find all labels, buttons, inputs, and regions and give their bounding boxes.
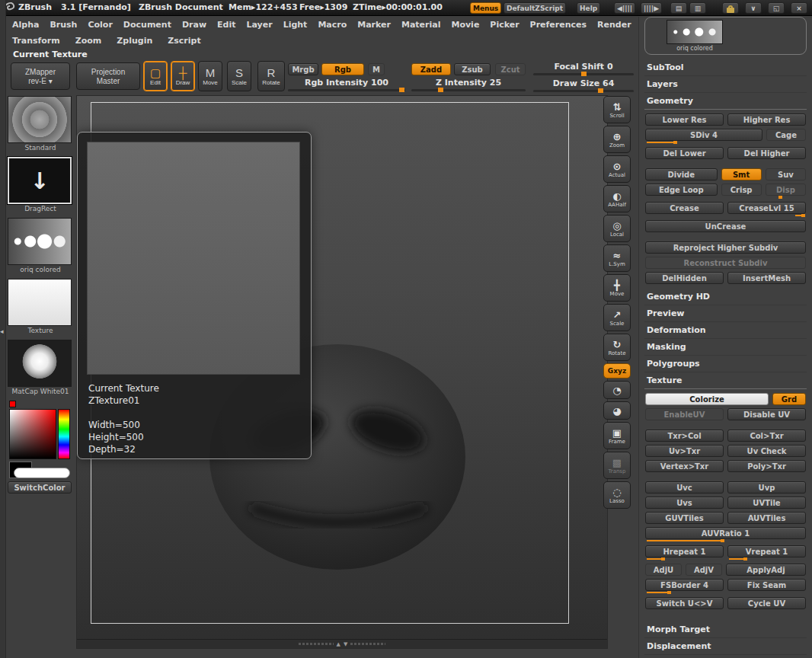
- brush-selector[interactable]: Standard: [8, 96, 73, 153]
- hue-strip[interactable]: [58, 409, 70, 459]
- menu-item[interactable]: Transform: [12, 36, 60, 46]
- zcut-button[interactable]: Zcut: [495, 63, 526, 75]
- zsub-button[interactable]: Zsub: [454, 63, 491, 75]
- col-txr-button[interactable]: Col>Txr: [727, 430, 806, 442]
- shelf-button-transp[interactable]: ▩Transp: [603, 452, 631, 479]
- menu-item[interactable]: Edit: [217, 20, 235, 30]
- secondary-color-swatch[interactable]: [14, 468, 70, 478]
- section-texture[interactable]: Texture: [644, 372, 807, 389]
- doc-view-a-icon[interactable]: ▤: [670, 2, 687, 14]
- fsborder-slider[interactable]: FSBorder 4: [645, 579, 724, 591]
- switch-color-button[interactable]: SwitchColor: [8, 481, 72, 494]
- colorize-button[interactable]: Colorize: [645, 393, 769, 405]
- menu-item[interactable]: Layer: [246, 20, 272, 30]
- txr-col-button[interactable]: Txr>Col: [645, 430, 724, 442]
- draw-button[interactable]: ┼ Draw: [171, 61, 195, 91]
- creaselvl-slider[interactable]: CreaseLvl 15: [727, 202, 806, 214]
- left-tray-divider[interactable]: ◂: [0, 0, 6, 658]
- stroke-selector[interactable]: ↓ DragRect: [8, 157, 73, 214]
- uv-txr-button[interactable]: Uv>Txr: [645, 445, 724, 457]
- poly-txr-button[interactable]: Poly>Txr: [727, 460, 806, 472]
- nav-back-button[interactable]: ◀||||: [614, 2, 635, 14]
- shelf-button-gxyz[interactable]: Gxyz: [603, 363, 631, 379]
- disp-button[interactable]: Disp: [766, 184, 806, 196]
- menu-item[interactable]: Render: [597, 20, 631, 30]
- close-button[interactable]: ×: [791, 2, 807, 14]
- del-higher-button[interactable]: Del Higher: [727, 147, 806, 159]
- shelf-button-move[interactable]: ╋Move: [603, 274, 631, 302]
- menu-item[interactable]: Material: [401, 20, 440, 30]
- menu-item[interactable]: Macro: [318, 20, 347, 30]
- lock-button[interactable]: [722, 2, 739, 14]
- default-zscript-button[interactable]: DefaultZScript: [504, 2, 566, 14]
- shelf-button-pivot-a[interactable]: ◔: [603, 381, 631, 399]
- menu-item[interactable]: Zoom: [75, 36, 102, 46]
- menu-item[interactable]: Picker: [490, 20, 519, 30]
- menu-item[interactable]: Light: [283, 20, 308, 30]
- menu-item[interactable]: Preferences: [530, 20, 587, 30]
- menu-item[interactable]: Zplugin: [117, 36, 152, 46]
- uvp-button[interactable]: Uvp: [727, 481, 806, 494]
- saturation-value-square[interactable]: [9, 409, 56, 459]
- shelf-button-rotate[interactable]: ↻Rotate: [603, 334, 631, 361]
- menu-item[interactable]: Draw: [182, 20, 206, 30]
- draw-size-slider[interactable]: Draw Size 64: [533, 78, 634, 92]
- edit-button[interactable]: ▢ Edit: [143, 61, 168, 91]
- hrepeat-slider[interactable]: Hrepeat 1: [645, 545, 724, 557]
- active-tool-box[interactable]: oriq colored: [644, 17, 807, 55]
- uvtile-button[interactable]: UVTile: [727, 497, 806, 509]
- section-geometry-hd[interactable]: Geometry HD: [644, 289, 807, 305]
- menus-button[interactable]: Menus: [470, 2, 501, 14]
- del-lower-button[interactable]: Del Lower: [645, 147, 724, 159]
- popout-button[interactable]: ◱: [768, 2, 785, 14]
- z-intensity-slider[interactable]: Z Intensity 25: [411, 78, 526, 91]
- menu-item[interactable]: Document: [123, 20, 171, 30]
- shelf-button-local[interactable]: ◎Local: [603, 215, 631, 242]
- menu-item[interactable]: Zscript: [168, 36, 200, 46]
- section-layers[interactable]: Layers: [644, 76, 807, 93]
- section-polygroups[interactable]: Polygroups: [644, 356, 807, 372]
- auvratio-slider[interactable]: AUVRatio 1: [645, 527, 806, 539]
- rotate-button[interactable]: R Rotate: [257, 61, 285, 91]
- menu-item[interactable]: Color: [88, 20, 112, 30]
- shelf-button-zoom[interactable]: ⊕Zoom: [603, 126, 631, 153]
- sdiv-slider[interactable]: SDiv 4: [645, 129, 762, 141]
- nav-forward-button[interactable]: ||||▶: [641, 2, 662, 14]
- uv-check-button[interactable]: Uv Check: [727, 445, 806, 457]
- help-button[interactable]: Help: [577, 2, 600, 14]
- edge-loop-button[interactable]: Edge Loop: [645, 184, 718, 196]
- focal-shift-slider[interactable]: Focal Shift 0: [533, 62, 634, 75]
- smt-button[interactable]: Smt: [721, 168, 762, 180]
- rgb-button[interactable]: Rgb: [321, 63, 364, 75]
- divide-button[interactable]: Divide: [645, 168, 718, 180]
- disableuv-button[interactable]: Disable UV: [727, 408, 806, 420]
- canvas-scrollbar[interactable]: ▲ ▼: [77, 639, 607, 648]
- uvc-button[interactable]: Uvc: [645, 481, 724, 494]
- adju-button[interactable]: AdjU: [645, 564, 682, 576]
- minimize-button[interactable]: ∨: [745, 2, 762, 14]
- section-subtool[interactable]: SubTool: [644, 59, 807, 76]
- menu-item[interactable]: Brush: [50, 20, 77, 30]
- shelf-button-lasso[interactable]: ◌Lasso: [603, 481, 631, 509]
- doc-view-b-icon[interactable]: ▥: [689, 2, 706, 14]
- material-selector[interactable]: MatCap White01: [8, 340, 73, 397]
- adjv-button[interactable]: AdjV: [686, 564, 722, 576]
- enableuv-button[interactable]: EnableUV: [645, 408, 724, 420]
- document-canvas[interactable]: Current Texture ZTexture01 Width=500 Hei…: [76, 95, 608, 649]
- insertmesh-button[interactable]: InsertMesh: [727, 272, 806, 284]
- reproject-higher-subdiv-button[interactable]: Reproject Higher Subdiv: [645, 241, 806, 254]
- applyadj-button[interactable]: ApplyAdj: [726, 564, 806, 576]
- section-preview[interactable]: Preview: [644, 305, 807, 322]
- rgb-intensity-slider[interactable]: Rgb Intensity 100: [288, 78, 405, 91]
- menu-item[interactable]: Marker: [357, 20, 391, 30]
- projection-master-button[interactable]: Projection Master: [76, 62, 140, 90]
- auvtiles-button[interactable]: AUVTiles: [727, 512, 806, 524]
- vertex-txr-button[interactable]: Vertex>Txr: [645, 460, 724, 472]
- guvtiles-button[interactable]: GUVTiles: [645, 512, 724, 524]
- uncrease-button[interactable]: UnCrease: [645, 220, 806, 232]
- crease-button[interactable]: Crease: [645, 202, 724, 214]
- suv-button[interactable]: Suv: [766, 168, 806, 180]
- grd-button[interactable]: Grd: [772, 393, 806, 405]
- crisp-button[interactable]: Crisp: [721, 184, 762, 196]
- vrepeat-slider[interactable]: Vrepeat 1: [727, 545, 806, 557]
